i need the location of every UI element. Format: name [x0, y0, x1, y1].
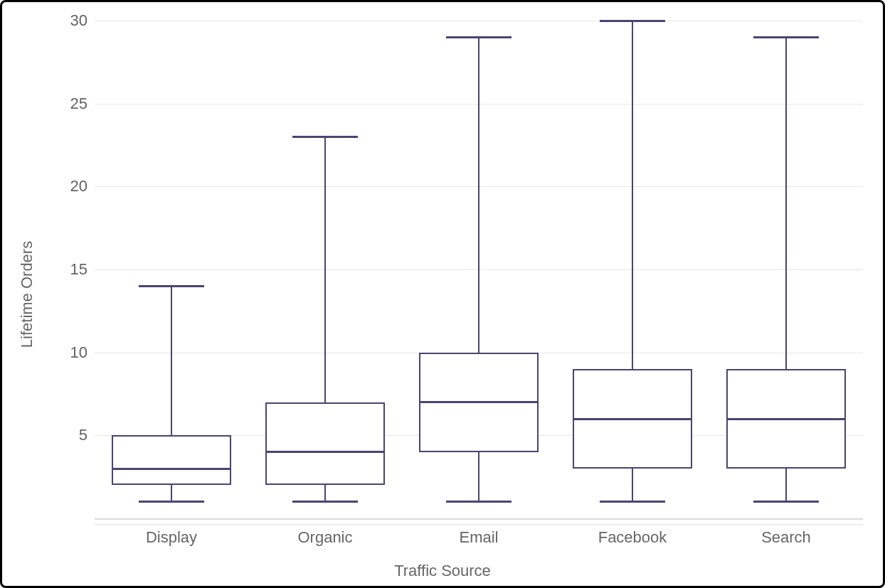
chart-frame: Lifetime Orders Traffic Source 510152025… [0, 0, 885, 588]
whisker-cap-max [446, 36, 512, 38]
whisker-cap-max [753, 36, 820, 38]
whisker-upper [632, 21, 633, 369]
whisker-upper [785, 37, 787, 369]
whisker-cap-max [292, 136, 359, 138]
whisker-cap-min [446, 501, 512, 503]
x-tick-label: Search [761, 528, 811, 547]
box [265, 402, 385, 486]
y-tick-label: 10 [52, 343, 88, 362]
whisker-upper [171, 286, 172, 435]
median-line [419, 401, 539, 403]
whisker-lower [632, 469, 633, 502]
whisker-cap-min [292, 501, 359, 503]
x-axis-baseline [95, 518, 863, 520]
x-tick-label: Display [146, 528, 197, 547]
y-tick-label: 30 [52, 11, 88, 30]
whisker-cap-min [753, 501, 820, 503]
y-tick-label: 15 [52, 260, 88, 279]
y-tick-label: 25 [52, 95, 88, 113]
median-line [265, 451, 385, 453]
whisker-lower [324, 485, 326, 501]
median-line [112, 468, 231, 470]
y-tick-label: 20 [52, 177, 88, 196]
whisker-cap-max [600, 20, 666, 22]
x-tick-label: Organic [297, 528, 352, 547]
x-axis-baseline [95, 524, 863, 525]
median-line [726, 418, 846, 420]
gridline [95, 21, 863, 21]
whisker-cap-min [139, 501, 205, 503]
whisker-lower [785, 469, 787, 502]
whisker-upper [324, 137, 326, 402]
whisker-cap-min [600, 501, 666, 503]
whisker-lower [478, 452, 479, 502]
x-axis-title: Traffic Source [394, 562, 491, 580]
whisker-cap-max [139, 285, 205, 287]
whisker-lower [171, 485, 172, 501]
y-tick-label: 5 [52, 426, 88, 444]
plot-area [95, 21, 863, 518]
x-tick-label: Email [459, 528, 498, 547]
median-line [573, 418, 692, 420]
whisker-upper [478, 37, 479, 352]
box [112, 435, 231, 485]
y-axis-title: Lifetime Orders [18, 240, 36, 347]
x-tick-label: Facebook [598, 528, 667, 547]
